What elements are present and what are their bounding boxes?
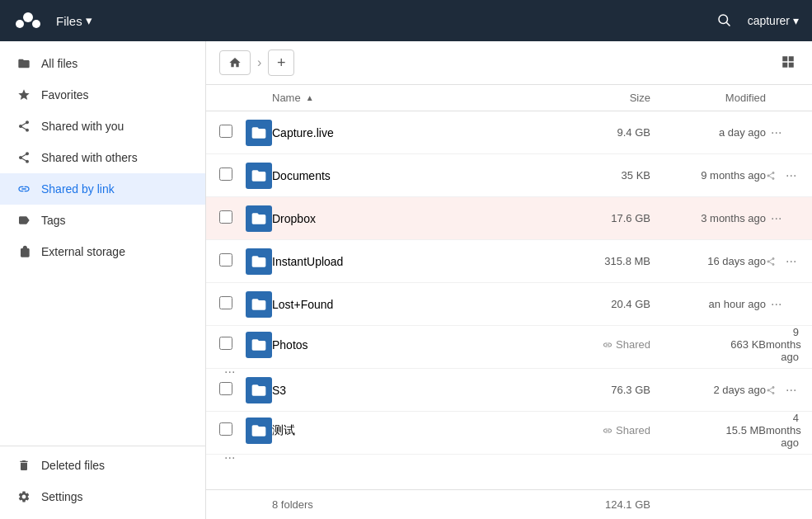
file-name: Documents xyxy=(272,169,331,182)
folder-shared-icon xyxy=(246,205,272,232)
row-checkbox[interactable] xyxy=(219,210,232,224)
table-row[interactable]: Documents 35 KB 9 months ago ··· xyxy=(206,154,812,197)
more-actions-button[interactable]: ··· xyxy=(219,363,240,381)
name-column-header: Name xyxy=(272,92,301,104)
row-checkbox[interactable] xyxy=(219,296,232,309)
sidebar-item-external-storage[interactable]: External storage xyxy=(0,236,205,267)
sidebar-item-favorites[interactable]: Favorites xyxy=(0,79,205,111)
file-size: 15.5 MB xyxy=(650,424,766,436)
search-icon xyxy=(716,12,731,27)
folder-shared-icon xyxy=(246,291,272,318)
row-checkbox-cell xyxy=(219,210,246,226)
link-shared-icon xyxy=(603,340,613,350)
row-checkbox[interactable] xyxy=(219,125,232,138)
row-icon-cell xyxy=(246,205,272,232)
folder-shared-icon xyxy=(246,248,272,275)
row-checkbox[interactable] xyxy=(219,337,232,350)
sidebar-item-deleted-files[interactable]: Deleted files xyxy=(0,450,205,481)
more-actions-button[interactable]: ··· xyxy=(766,124,786,142)
file-size: 20.4 GB xyxy=(552,298,650,310)
folder-link-icon xyxy=(246,418,272,444)
grid-view-button[interactable] xyxy=(777,51,799,75)
file-name-cell: InstantUpload xyxy=(272,255,552,268)
more-actions-button[interactable]: ··· xyxy=(781,252,801,271)
table-row[interactable]: Dropbox 17.6 GB 3 months ago ··· xyxy=(206,197,812,240)
row-checkbox-cell xyxy=(219,382,246,398)
add-button[interactable]: + xyxy=(268,50,294,76)
file-name-cell: Photos xyxy=(272,338,552,352)
file-modified: an hour ago xyxy=(650,298,766,310)
shared-out-icon xyxy=(16,150,31,165)
file-size: 35 KB xyxy=(552,169,650,182)
footer-count: 8 folders xyxy=(272,498,552,511)
file-name-cell: Capture.live xyxy=(272,126,552,139)
row-actions: ··· xyxy=(219,449,246,467)
table-row[interactable]: Lost+Found 20.4 GB an hour ago ··· xyxy=(206,283,812,326)
user-menu-button[interactable]: capturer ▾ xyxy=(748,14,799,27)
table-row[interactable]: S3 76.3 GB 2 days ago ··· xyxy=(206,369,812,412)
gear-icon xyxy=(16,489,31,504)
row-actions: ··· xyxy=(766,252,799,271)
sidebar-item-label: Settings xyxy=(41,490,83,503)
row-checkbox[interactable] xyxy=(219,422,232,436)
file-name: Dropbox xyxy=(272,212,316,225)
row-checkbox-cell xyxy=(219,125,246,140)
shared-in-icon xyxy=(16,119,31,134)
sidebar-item-shared-with-you[interactable]: Shared with you xyxy=(0,111,205,142)
table-row[interactable]: Photos Shared 663 KB 9 months ago ··· xyxy=(206,326,812,369)
file-name: InstantUpload xyxy=(272,255,343,268)
file-name-cell: S3 xyxy=(272,384,552,397)
more-actions-button[interactable]: ··· xyxy=(219,449,240,467)
file-name-cell: Documents xyxy=(272,169,552,182)
share-badge xyxy=(766,257,776,267)
sidebar-item-shared-with-others[interactable]: Shared with others xyxy=(0,142,205,173)
sidebar-item-shared-by-link[interactable]: Shared by link xyxy=(0,173,205,205)
home-button[interactable] xyxy=(219,50,251,75)
more-actions-button[interactable]: ··· xyxy=(781,381,801,399)
home-icon xyxy=(228,56,242,69)
header-name[interactable]: Name ▲ xyxy=(272,92,552,104)
row-checkbox[interactable] xyxy=(219,253,232,267)
table-row[interactable]: InstantUpload 315.8 MB 16 days ago ··· xyxy=(206,240,812,283)
share-icon xyxy=(766,171,776,181)
modified-column-header: Modified xyxy=(725,92,766,104)
more-actions-button[interactable]: ··· xyxy=(766,210,786,228)
row-checkbox[interactable] xyxy=(219,382,232,395)
share-icon xyxy=(766,257,776,267)
file-name: 测试 xyxy=(272,423,295,438)
row-checkbox-cell xyxy=(219,253,246,269)
file-table: Name ▲ Size Modified xyxy=(206,85,812,489)
more-actions-button[interactable]: ··· xyxy=(781,167,801,185)
row-icon-cell xyxy=(246,377,272,403)
sort-indicator: ▲ xyxy=(306,93,314,102)
search-button[interactable] xyxy=(713,9,735,33)
sidebar-item-label: Favorites xyxy=(41,88,89,101)
breadcrumb-chevron: › xyxy=(257,55,261,70)
sidebar-item-label: Shared by link xyxy=(41,182,115,196)
row-actions: ··· xyxy=(766,210,799,228)
row-checkbox-cell xyxy=(219,167,246,183)
app-logo: Files ▾ xyxy=(13,6,99,35)
table-row[interactable]: Capture.live 9.4 GB a day ago ··· xyxy=(206,111,812,154)
folder-shared-icon xyxy=(246,377,272,403)
file-size: 9.4 GB xyxy=(552,126,650,139)
row-checkbox[interactable] xyxy=(219,167,232,181)
sidebar-item-label: Shared with others xyxy=(41,151,138,164)
table-row[interactable]: 测试 Shared 15.5 MB 4 months ago ··· xyxy=(206,412,812,455)
sidebar-item-all-files[interactable]: All files xyxy=(0,48,205,79)
footer-total-size: 124.1 GB xyxy=(552,498,650,511)
svg-point-1 xyxy=(16,20,24,28)
file-name: Photos xyxy=(272,338,308,352)
content-area: › + Name ▲ Size xyxy=(206,41,812,519)
more-actions-button[interactable]: ··· xyxy=(766,295,786,314)
toolbar: › + xyxy=(206,41,812,85)
row-actions: ··· xyxy=(219,363,246,381)
trash-icon xyxy=(16,458,31,473)
svg-point-2 xyxy=(32,20,40,28)
files-menu-button[interactable]: Files ▾ xyxy=(49,10,99,31)
sidebar-item-settings[interactable]: Settings xyxy=(0,481,205,512)
sidebar-item-tags[interactable]: Tags xyxy=(0,205,205,236)
shared-label-cell: Shared xyxy=(552,338,650,351)
file-name: Capture.live xyxy=(272,126,334,139)
top-navigation: Files ▾ capturer ▾ xyxy=(0,0,812,41)
